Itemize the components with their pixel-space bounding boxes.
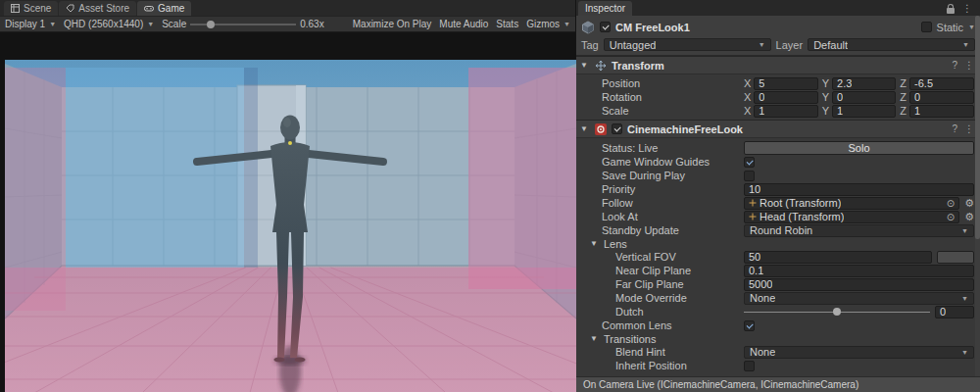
fov-preset-dropdown[interactable] <box>937 251 974 264</box>
inherit-position-row: Inherit Position <box>576 359 980 372</box>
chevron-down-icon: ▼ <box>147 21 154 27</box>
maximize-on-play-button[interactable]: Maximize On Play <box>353 19 432 29</box>
static-dropdown-icon[interactable]: ▼ <box>968 24 975 30</box>
scale-value: 0.63x <box>300 19 323 29</box>
chevron-down-icon: ▼ <box>961 349 968 356</box>
lens-foldout[interactable]: ▼ Lens <box>576 237 980 250</box>
rotation-y-field[interactable]: 0 <box>832 91 896 104</box>
lock-icon[interactable] <box>947 8 955 14</box>
solo-button[interactable]: Solo <box>744 141 974 155</box>
far-clip-field[interactable]: 5000 <box>744 278 974 291</box>
priority-row: Priority 10 <box>576 182 980 196</box>
chevron-down-icon: ▼ <box>759 41 765 48</box>
standby-update-row: Standby Update Round Robin ▼ <box>576 223 980 237</box>
transform-mini-icon <box>749 213 757 220</box>
near-clip-field[interactable]: 0.1 <box>744 265 974 277</box>
tag-dropdown[interactable]: Untagged ▼ <box>604 38 771 51</box>
panel-menu-icon[interactable]: ⋮ <box>962 3 972 14</box>
gear-icon[interactable]: ⚙ <box>964 211 974 223</box>
scale-y-field[interactable]: 1 <box>832 105 896 118</box>
scale-label: Scale <box>162 19 186 29</box>
resolution-dropdown[interactable]: QHD (2560x1440) ▼ <box>64 19 154 29</box>
rotation-x-field[interactable]: 0 <box>754 91 817 104</box>
look-at-object-field[interactable]: Head (Transform) ⊙ <box>744 211 959 223</box>
transform-component: ▼ Transform ? ⋮ Position X5 Y2.3 Z-6.5 <box>576 56 980 120</box>
foldout-icon: ▼ <box>590 334 600 343</box>
chevron-down-icon: ▼ <box>961 295 968 302</box>
status-row: Status: Live Solo <box>576 140 980 155</box>
standby-update-dropdown[interactable]: Round Robin ▼ <box>744 224 974 237</box>
inspector-panel: Inspector ⋮ CM FreeLook1 Static ▼ Tag <box>576 0 980 392</box>
mode-override-dropdown[interactable]: None ▼ <box>744 292 974 305</box>
gameobject-cube-icon <box>581 21 595 34</box>
chevron-down-icon: ▼ <box>49 21 56 27</box>
object-picker-icon[interactable]: ⊙ <box>947 212 955 222</box>
position-z-field[interactable]: -6.5 <box>909 77 974 90</box>
save-during-play-row: Save During Play <box>576 169 980 182</box>
gameobject-active-checkbox[interactable] <box>600 22 611 32</box>
common-lens-checkbox[interactable] <box>744 320 755 331</box>
vertical-fov-field[interactable]: 50 <box>744 251 932 264</box>
cinemachine-icon <box>595 123 607 135</box>
rotation-z-field[interactable]: 0 <box>909 91 974 104</box>
camera-live-status-bar: On Camera Live (ICinemachineCamera, ICin… <box>576 376 980 392</box>
position-x-field[interactable]: 5 <box>754 77 817 90</box>
position-y-field[interactable]: 2.3 <box>832 77 896 90</box>
tab-inspector[interactable]: Inspector <box>578 1 632 16</box>
priority-field[interactable]: 10 <box>744 183 974 196</box>
transitions-foldout[interactable]: ▼ Transitions <box>576 332 980 345</box>
dutch-slider[interactable] <box>744 307 930 317</box>
gameobject-name-field[interactable]: CM FreeLook1 <box>615 22 916 33</box>
foldout-icon: ▼ <box>590 239 600 248</box>
transform-header[interactable]: ▼ Transform ? ⋮ <box>576 57 980 74</box>
inspector-scrollbar[interactable] <box>975 16 980 376</box>
mute-audio-button[interactable]: Mute Audio <box>439 19 488 29</box>
look-at-row: Look At Head (Transform) ⊙ ⚙ <box>576 210 980 223</box>
transform-icon <box>595 60 607 72</box>
common-lens-row: Common Lens <box>576 318 980 332</box>
scale-slider-knob[interactable] <box>207 21 215 28</box>
save-during-play-checkbox[interactable] <box>744 171 755 181</box>
dutch-slider-knob[interactable] <box>833 308 841 316</box>
cinemachine-freelook-component: ▼ CinemachineFreeLook ? ⋮ Status: Live S… <box>576 120 980 374</box>
game-viewport[interactable] <box>0 32 575 392</box>
scale-control: Scale 0.63x <box>162 19 323 29</box>
foldout-icon[interactable]: ▼ <box>580 61 590 70</box>
gear-icon[interactable]: ⚙ <box>964 197 974 210</box>
tab-game[interactable]: Game <box>137 1 191 16</box>
scrollbar-thumb[interactable] <box>975 16 980 239</box>
help-icon[interactable]: ? <box>952 60 957 71</box>
game-window-guides-checkbox[interactable] <box>744 157 755 168</box>
follow-object-field[interactable]: Root (Transform) ⊙ <box>744 197 959 210</box>
component-enabled-checkbox[interactable] <box>612 123 622 134</box>
tab-asset-store[interactable]: Asset Store <box>59 1 136 16</box>
rotation-row: Rotation X0 Y0 Z0 <box>576 90 980 104</box>
component-menu-icon[interactable]: ⋮ <box>964 123 974 134</box>
static-checkbox[interactable] <box>921 22 932 32</box>
dutch-field[interactable]: 0 <box>935 306 974 318</box>
help-icon[interactable]: ? <box>952 123 957 134</box>
layer-label: Layer <box>776 39 804 51</box>
gizmos-dropdown[interactable]: Gizmos ▼ <box>526 19 570 29</box>
inherit-position-checkbox[interactable] <box>744 361 755 371</box>
display-dropdown[interactable]: Display 1 ▼ <box>5 19 56 29</box>
component-menu-icon[interactable]: ⋮ <box>964 60 974 71</box>
dutch-row: Dutch 0 <box>576 305 980 318</box>
scale-x-field[interactable]: 1 <box>754 105 817 118</box>
blend-hint-dropdown[interactable]: None ▼ <box>744 346 974 359</box>
unity-editor-window: Scene Asset Store Game Display 1 ▼ QHD (… <box>0 0 980 392</box>
view-tabbar: Scene Asset Store Game <box>0 0 575 16</box>
object-picker-icon[interactable]: ⊙ <box>947 198 955 209</box>
stats-button[interactable]: Stats <box>496 19 518 29</box>
tab-scene[interactable]: Scene <box>4 1 58 16</box>
foldout-icon[interactable]: ▼ <box>580 124 590 133</box>
scale-slider[interactable] <box>190 24 296 25</box>
chevron-down-icon: ▼ <box>564 21 570 27</box>
scale-z-field[interactable]: 1 <box>909 105 974 118</box>
static-label: Static <box>937 22 964 33</box>
freelook-header[interactable]: ▼ CinemachineFreeLook ? ⋮ <box>576 121 980 138</box>
layer-dropdown[interactable]: Default ▼ <box>808 38 975 51</box>
game-icon <box>144 4 154 13</box>
gizmo-dot <box>288 141 292 145</box>
near-clip-row: Near Clip Plane 0.1 <box>576 264 980 277</box>
